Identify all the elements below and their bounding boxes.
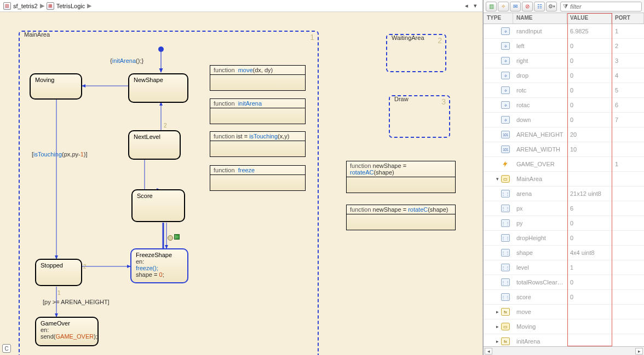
table-row[interactable]: ⎆left02 [484,39,644,54]
horizontal-scrollbar[interactable]: ◂ ▸ [484,346,644,355]
stateflow-canvas[interactable]: MainArea 1 {initArena();} [0,12,482,355]
state-newshape[interactable]: NewShape [128,73,188,103]
region-waitingarea[interactable]: WaitingArea 2 [386,34,446,72]
region-draw[interactable]: Draw 3 [389,95,450,138]
state-moving[interactable]: Moving [30,73,82,100]
table-row[interactable]: GAME_OVER1 [484,157,644,172]
table-row[interactable]: ⋮⋮arena21x12 uint8 [484,187,644,201]
row-value: 0 [567,220,612,226]
input-data-icon: ⎆ [501,86,510,94]
th-value[interactable]: VALUE [567,13,612,24]
history-junction-icon [168,235,173,241]
state-stopped[interactable]: Stopped [35,259,82,286]
symbols-table[interactable]: ⎆randInput6.98251⎆left02⎆right03⎆drop04⎆… [484,24,644,346]
breadcrumb-item[interactable]: TetrisLogic [56,3,85,9]
table-row[interactable]: ⎆randInput6.98251 [484,24,644,39]
region-label: MainArea [23,31,51,38]
row-name: shape [513,249,567,256]
row-name: randInput [513,28,567,34]
transition-condition: [isTouching(px,py-1)] [32,151,88,158]
scroll-right-button[interactable]: ▸ [635,348,643,354]
add-message-button[interactable]: ✉ [510,2,521,11]
state-nextlevel[interactable]: NextLevel [128,130,181,160]
local-data-icon: ⋮⋮ [501,264,510,271]
row-name: py [513,220,567,226]
table-row[interactable]: ▸fxmove [484,305,644,319]
symbols-toolbar: ▥ ✧ ✉ ⊘ ☷ ⚙▾ ⧩ [484,0,644,13]
row-value: 1 [567,264,612,271]
region-order: 1 [310,33,314,42]
row-name: move [513,309,567,315]
canvas-corner-button[interactable]: C [2,344,11,353]
state-code-line: shape = 0; [136,271,183,278]
table-row[interactable]: ⋮⋮shape4x4 uint8 [484,246,644,260]
row-value: 0 [567,43,612,49]
state-code-line: freeze(); [136,265,183,271]
filter-icon: ⧩ [563,3,568,10]
func-freeze[interactable]: function freeze [210,165,306,191]
table-row[interactable]: ▸▭Moving [484,319,644,334]
state-freezeshape[interactable]: FreezeShape en: freeze(); shape = 0; [130,248,188,283]
row-port: 7 [612,117,644,123]
diagram-pane: ▧ sf_tetris2 ▶ ▦ TetrisLogic ▶ ◂ ▾ MainA… [0,0,483,355]
add-event-button[interactable]: ✧ [498,2,509,11]
input-data-icon: ⎆ [501,72,510,79]
table-row[interactable]: ▸fxinitArena [484,334,644,346]
settings-button[interactable]: ⚙▾ [546,2,557,11]
table-row[interactable]: ⎆drop04 [484,68,644,83]
func-initarena[interactable]: function initArena [210,98,306,124]
row-name: ARENA_HEIGHT [513,131,567,138]
table-row[interactable]: ARENA_WIDTH10 [484,142,644,157]
table-row[interactable]: ⎆rotc05 [484,83,644,98]
row-name: left [513,43,567,49]
symbols-pane: ▥ ✧ ✉ ⊘ ☷ ⚙▾ ⧩ TYPE NAME VALUE PORT ⎆ran… [483,0,644,355]
table-row[interactable]: ⋮⋮px6 [484,201,644,216]
func-rotatec[interactable]: function newShape = rotateC(shape) [346,205,456,230]
state-gameover[interactable]: GameOver en: send(GAME_OVER); [35,317,99,346]
table-row[interactable]: ARENA_HEIGHT20 [484,127,644,142]
resolve-button[interactable]: ⊘ [522,2,533,11]
chevron-right-icon: ▶ [40,2,44,9]
row-name: dropHeight [513,235,567,241]
add-data-button[interactable]: ▥ [486,2,497,11]
table-row[interactable]: ⋮⋮level1 [484,260,644,275]
table-row[interactable]: ⎆right03 [484,54,644,68]
expander-icon[interactable]: ▸ [495,324,500,329]
filter-box[interactable]: ⧩ [560,2,642,11]
table-row[interactable]: ⎆rotac06 [484,98,644,113]
func-istouching[interactable]: function ist = isTouching(x,y) [210,131,306,157]
th-name[interactable]: NAME [513,13,567,24]
table-row[interactable]: ⎆down07 [484,113,644,127]
local-data-icon: ⋮⋮ [501,278,510,286]
constant-data-icon [501,146,510,153]
th-port[interactable]: PORT [612,13,644,24]
table-row[interactable]: ⋮⋮dropHeight0 [484,231,644,246]
row-name: right [513,57,567,64]
row-name: rotc [513,87,567,94]
expander-icon[interactable]: ▸ [495,309,500,315]
nav-down-icon[interactable]: ▾ [472,2,479,10]
state-score[interactable]: Score [131,189,185,222]
hierarchy-button[interactable]: ☷ [534,2,545,11]
state-icon: ▭ [501,175,510,183]
func-move[interactable]: function move(dx, dy) [210,65,306,91]
th-type[interactable]: TYPE [484,13,513,24]
expander-icon[interactable]: ▾ [495,176,500,182]
state-code-line: en: [136,258,183,265]
table-row[interactable]: ⋮⋮totalRowsCleared0 [484,275,644,290]
row-name: drop [513,72,567,79]
row-value: 0 [567,102,612,108]
table-row[interactable]: ⋮⋮score0 [484,290,644,305]
table-row[interactable]: ⋮⋮py0 [484,216,644,231]
table-row[interactable]: ▾▭MainArea [484,172,644,187]
row-name: initArena [513,338,567,345]
scroll-left-button[interactable]: ◂ [485,348,492,354]
func-rotateac[interactable]: function newShape = rotateAC(shape) [346,161,456,193]
row-name: down [513,117,567,123]
expander-icon[interactable]: ▸ [495,339,500,344]
filter-input[interactable] [569,3,639,10]
transition-condition: [py >= ARENA_HEIGHT] [43,299,110,305]
nav-left-icon[interactable]: ◂ [463,2,470,10]
breadcrumb-item[interactable]: sf_tetris2 [13,3,38,9]
local-data-icon: ⋮⋮ [501,219,510,227]
